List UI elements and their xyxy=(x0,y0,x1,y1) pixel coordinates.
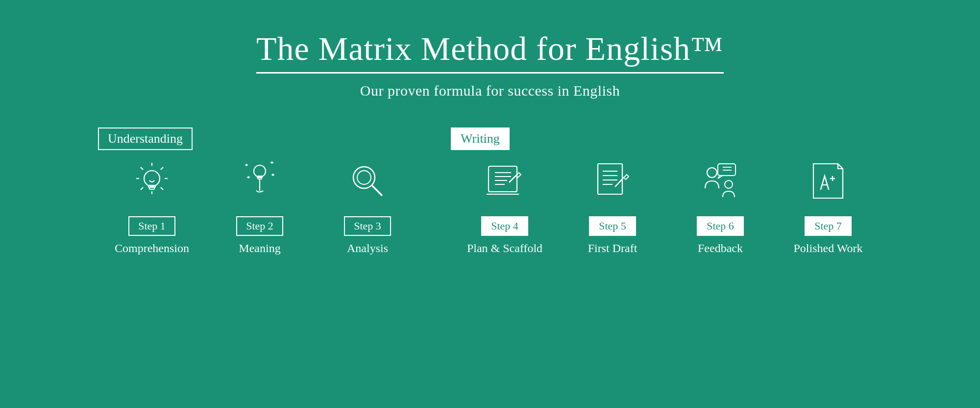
search-icon xyxy=(341,156,394,205)
step-3-item: Step 3 Analysis xyxy=(314,156,421,255)
svg-point-0 xyxy=(144,171,160,186)
svg-rect-34 xyxy=(598,164,622,194)
understanding-label: Understanding xyxy=(98,128,193,150)
svg-line-5 xyxy=(141,167,143,170)
steps-container: Understanding xyxy=(0,131,980,255)
svg-rect-10 xyxy=(149,187,154,189)
step-1-item: Step 1 Comprehension xyxy=(98,156,206,255)
step-7-badge: Step 7 xyxy=(805,216,852,236)
svg-point-23 xyxy=(353,167,375,188)
writing-label: Writing xyxy=(451,128,510,150)
svg-point-11 xyxy=(254,165,266,177)
step-5-label: First Draft xyxy=(588,242,637,255)
idea-icon xyxy=(233,156,287,205)
writing-group: Writing xyxy=(451,131,882,255)
feedback-icon xyxy=(693,156,747,205)
draft-icon xyxy=(586,156,639,205)
step-5-item: Step 5 First Draft xyxy=(559,156,666,255)
svg-line-6 xyxy=(161,187,163,190)
step-6-item: Step 6 Feedback xyxy=(666,156,774,255)
step-4-badge: Step 4 xyxy=(481,216,528,236)
step-7-item: Step 7 Polished Work xyxy=(774,156,882,255)
svg-line-40 xyxy=(615,185,617,187)
svg-point-24 xyxy=(357,171,371,184)
step-6-label: Feedback xyxy=(698,242,743,255)
main-title: The Matrix Method for English™ xyxy=(256,29,724,74)
svg-line-7 xyxy=(161,167,163,170)
step-3-label: Analysis xyxy=(347,242,388,255)
writing-items: Step 4 Plan & Scaffold xyxy=(451,156,882,255)
title-section: The Matrix Method for English™ Our prove… xyxy=(256,29,724,99)
lightbulb-icon xyxy=(125,156,179,205)
step-2-label: Meaning xyxy=(239,242,280,255)
step-1-label: Comprehension xyxy=(115,242,189,255)
step-2-badge: Step 2 xyxy=(236,216,283,236)
understanding-items: Step 1 Comprehension xyxy=(98,156,421,255)
step-2-item: Step 2 Meaning xyxy=(206,156,314,255)
step-4-label: Plan & Scaffold xyxy=(467,242,542,255)
svg-line-25 xyxy=(372,186,382,195)
svg-rect-42 xyxy=(718,164,735,176)
checklist-icon xyxy=(478,156,532,205)
understanding-group: Understanding xyxy=(98,131,421,255)
step-1-badge: Step 1 xyxy=(128,216,175,236)
step-7-label: Polished Work xyxy=(794,242,863,255)
svg-line-8 xyxy=(141,187,143,190)
svg-point-45 xyxy=(725,180,733,188)
step-5-badge: Step 5 xyxy=(589,216,636,236)
step-3-badge: Step 3 xyxy=(344,216,391,236)
step-4-item: Step 4 Plan & Scaffold xyxy=(451,156,559,255)
grade-icon xyxy=(801,156,855,205)
svg-rect-13 xyxy=(258,178,262,179)
svg-point-41 xyxy=(707,168,717,178)
step-6-badge: Step 6 xyxy=(697,216,744,236)
subtitle: Our proven formula for success in Englis… xyxy=(256,82,724,99)
